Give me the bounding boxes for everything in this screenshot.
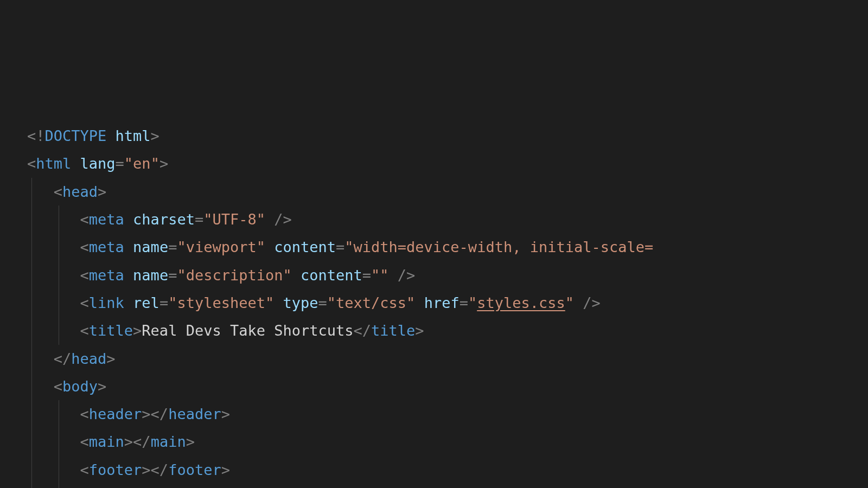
attribute-value: "viewport" [177,239,265,255]
whitespace [292,267,301,284]
attribute-value-link[interactable]: styles.css [477,294,565,311]
punctuation: > [98,183,106,200]
whitespace [415,294,424,311]
indent-guide [59,400,59,428]
punctuation: > [106,350,115,367]
tag-name: main [151,433,186,450]
punctuation: = [318,294,327,311]
indent [27,211,80,228]
indent [27,239,80,255]
attribute-name: content [301,267,362,284]
attribute-name: href [424,294,459,311]
punctuation: = [336,239,344,255]
code-line[interactable]: <title>Real Devs Take Shortcuts</title> [27,317,868,344]
indent-guide [31,261,32,289]
whitespace [106,127,115,144]
punctuation: = [116,155,124,172]
indent [27,267,80,284]
whitespace [124,294,133,311]
tag-name: title [371,322,415,339]
whitespace [265,239,274,255]
tag-name: footer [168,461,221,478]
tag-name: head [62,183,98,200]
punctuation: = [195,211,203,228]
punctuation: < [27,155,36,172]
punctuation: > [133,322,142,339]
tag-name: meta [89,267,124,284]
attribute-name: name [133,239,168,255]
code-line[interactable]: <header></header> [27,400,868,428]
whitespace [274,294,283,311]
indent-guide [59,233,59,261]
indent [27,406,80,422]
code-line[interactable]: <meta charset="UTF-8" /> [27,206,868,233]
punctuation: </ [54,350,72,367]
code-line[interactable]: <head> [27,178,868,206]
indent-guide [59,261,59,289]
attribute-name: rel [133,294,159,311]
punctuation: < [54,378,62,395]
indent-guide [31,233,32,261]
punctuation: ></ [124,433,151,450]
punctuation: <! [27,127,45,144]
punctuation: ></ [142,406,168,422]
indent-guide [59,456,59,484]
punctuation: /> [583,294,601,311]
punctuation: = [459,294,468,311]
attribute-name: html [116,127,151,144]
doctype-keyword: DOCTYPE [45,127,107,144]
tag-name: title [89,322,133,339]
punctuation: < [80,433,89,450]
code-line[interactable]: <script src="scripts.js"></script> [27,484,868,488]
whitespace [124,239,133,255]
punctuation: = [362,267,371,284]
punctuation: > [98,378,106,395]
code-line[interactable]: </head> [27,345,868,373]
punctuation: < [80,211,89,228]
attribute-quote: " [468,294,477,311]
attribute-name: lang [80,155,116,172]
punctuation: < [80,461,89,478]
code-line[interactable]: <link rel="stylesheet" type="text/css" h… [27,289,868,317]
punctuation: = [168,267,177,284]
code-line[interactable]: <meta name="viewport" content="width=dev… [27,233,868,261]
code-line[interactable]: <meta name="description" content="" /> [27,261,868,289]
code-line[interactable]: <main></main> [27,428,868,455]
punctuation: </ [354,322,372,339]
punctuation: ></ [142,461,168,478]
indent-guide [31,317,32,344]
punctuation: < [80,294,89,311]
whitespace [71,155,80,172]
tag-name: header [89,406,142,422]
tag-name: header [168,406,221,422]
attribute-value: "stylesheet" [168,294,274,311]
punctuation: < [80,406,89,422]
attribute-name: charset [133,211,195,228]
whitespace [124,267,133,284]
indent-guide [31,178,32,206]
attribute-value: "en" [124,155,159,172]
code-line[interactable]: <html lang="en"> [27,150,868,177]
attribute-value: "UTF-8" [203,211,265,228]
tag-name: meta [89,239,124,255]
code-editor-view[interactable]: <!DOCTYPE html><html lang="en"> <head> <… [27,122,868,488]
attribute-name: content [274,239,336,255]
code-line[interactable]: <!DOCTYPE html> [27,122,868,150]
attribute-quote: " [565,294,574,311]
punctuation: = [159,294,168,311]
whitespace [574,294,583,311]
punctuation: /> [274,211,292,228]
indent-guide [59,317,59,344]
punctuation: < [54,183,62,200]
attribute-name: type [283,294,318,311]
attribute-value: "" [371,267,389,284]
tag-name: main [89,433,124,450]
punctuation: /> [398,267,416,284]
punctuation: > [415,322,424,339]
tag-name: footer [89,461,142,478]
indent-guide [59,289,59,317]
code-line[interactable]: <footer></footer> [27,456,868,484]
punctuation: > [151,127,159,144]
indent-guide [31,456,32,484]
code-line[interactable]: <body> [27,373,868,400]
